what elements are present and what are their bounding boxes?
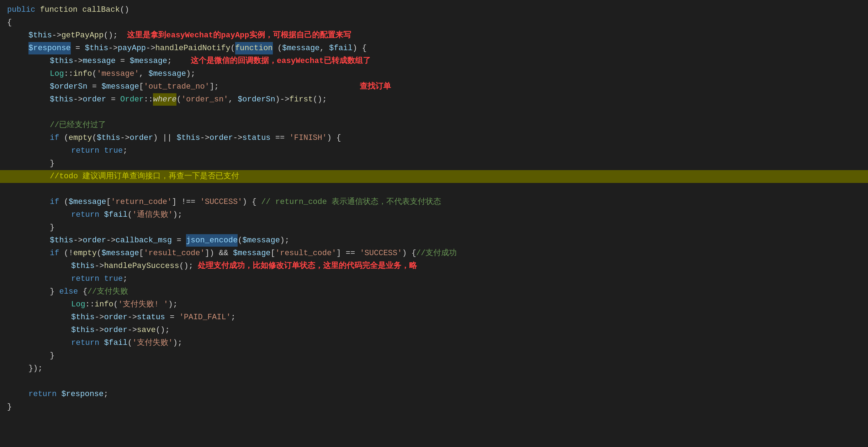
code-line: }); — [0, 362, 868, 375]
annotation-text: 这里是拿到easyWechat的payApp实例，可根据自己的配置来写 — [127, 29, 351, 42]
method-where: where — [153, 93, 176, 106]
code-line: Log::info('支付失败! '); — [0, 298, 868, 311]
code-line: } — [0, 349, 868, 362]
keyword-function-highlighted: function — [235, 42, 273, 54]
todo-comment: //todo 建议调用订单查询接口，再查一下是否已支付 — [50, 170, 239, 183]
code-line: //已经支付过了 — [0, 119, 868, 132]
code-line: return $fail('支付失败'); — [0, 337, 868, 349]
code-line: if (!empty($message['result_code']) && $… — [0, 247, 868, 260]
code-line: if ($message['return_code'] !== 'SUCCESS… — [0, 196, 868, 209]
code-line: } — [0, 157, 868, 170]
code-line: $this->order->status = 'PAID_FAIL'; — [0, 311, 868, 324]
code-line: } — [0, 221, 868, 234]
code-line: } else {//支付失败 — [0, 285, 868, 298]
code-editor: public function callBack() { $this->getP… — [0, 0, 868, 417]
var-response: $response — [28, 42, 71, 54]
code-line-empty — [0, 106, 868, 119]
annotation-success: 处理支付成功，比如修改订单状态，这里的代码完全是业务，略 — [198, 260, 417, 272]
code-line: if (empty($this->order) || $this->order-… — [0, 132, 868, 144]
annotation-findorder: 查找订单 — [360, 80, 391, 93]
code-line: return $response; — [0, 388, 868, 401]
code-line: $response = $this->payApp->handlePaidNot… — [0, 42, 868, 55]
code-line: return $fail('通信失败'); — [0, 209, 868, 221]
code-line: $this->getPayApp(); 这里是拿到easyWechat的payA… — [0, 29, 868, 42]
keyword-public: public — [7, 4, 40, 16]
code-line: return true; — [0, 144, 868, 157]
code-line: return true; — [0, 273, 868, 285]
code-line: $this->message = $message; 这个是微信的回调数据，ea… — [0, 55, 868, 68]
code-line: $orderSn = $message['out_trade_no']; 查找订… — [0, 80, 868, 93]
code-line: $this->order = Order::where('order_sn', … — [0, 93, 868, 106]
code-line: public function callBack() — [0, 4, 868, 16]
code-line-empty — [0, 375, 868, 388]
method-json-encode: json_encode — [186, 234, 238, 247]
code-line: $this->order->save(); — [0, 324, 868, 337]
code-line: $this->order->callback_msg = json_encode… — [0, 234, 868, 247]
function-name: callBack — [82, 4, 120, 16]
annotation-text: 这个是微信的回调数据，easyWechat已转成数组了 — [191, 55, 371, 67]
code-line: } — [0, 401, 868, 414]
code-line-todo: //todo 建议调用订单查询接口，再查一下是否已支付 — [0, 170, 868, 183]
code-line-empty — [0, 183, 868, 196]
code-line: $this->handlePaySuccess(); 处理支付成功，比如修改订单… — [0, 260, 868, 273]
code-line: { — [0, 16, 868, 29]
keyword-function: function — [40, 4, 82, 16]
code-line: Log::info('message', $message); — [0, 68, 868, 80]
